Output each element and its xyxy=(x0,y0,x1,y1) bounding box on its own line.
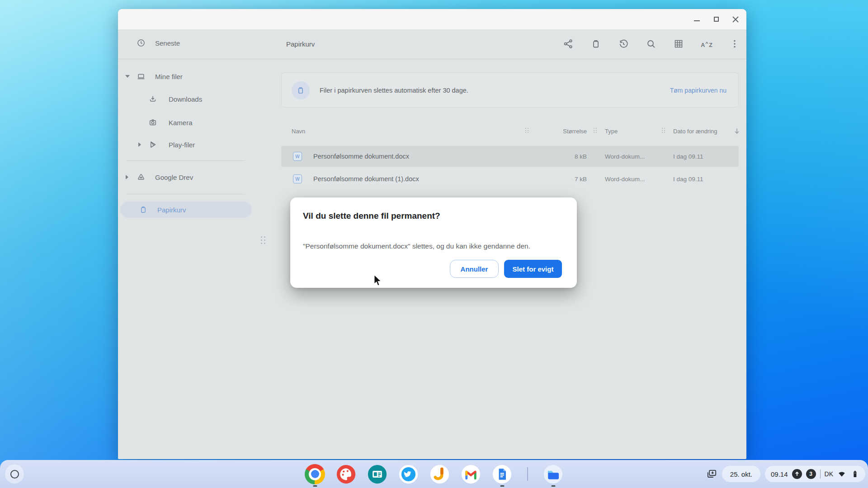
gallery-app-icon[interactable] xyxy=(367,464,387,484)
more-menu-icon[interactable] xyxy=(729,38,740,49)
file-date: I dag 09.11 xyxy=(673,169,703,189)
sidebar-item-seneste[interactable]: Seneste xyxy=(118,34,254,52)
desktop: Seneste Mine filer Downloads Kamera Play… xyxy=(0,0,868,488)
delete-forever-button[interactable]: Slet for evigt xyxy=(504,260,562,278)
tray-divider xyxy=(820,469,821,479)
launcher-button[interactable] xyxy=(5,465,24,483)
sidebar-divider xyxy=(118,59,254,59)
twitter-app-icon[interactable] xyxy=(398,464,419,484)
launcher-icon xyxy=(10,470,19,479)
sidebar-divider xyxy=(127,194,245,194)
column-resize-handle[interactable] xyxy=(662,128,666,135)
sort-az-icon[interactable]: A Z xyxy=(701,40,712,48)
search-icon[interactable] xyxy=(646,38,656,49)
sidebar-item-papirkurv-selected[interactable]: Papirkurv xyxy=(120,202,252,218)
file-name: Personfølsomme dokument.docx xyxy=(313,146,409,167)
chevron-right-icon[interactable] xyxy=(126,175,128,179)
bird-icon xyxy=(398,464,419,484)
dialog-body: "Personfølsomme dokument.docx" slettes, … xyxy=(303,242,530,250)
trash-icon xyxy=(296,86,305,95)
restore-icon[interactable] xyxy=(618,38,629,49)
folder-icon xyxy=(543,464,563,484)
shelf: 25. okt. 09.14 3 DK xyxy=(0,460,868,488)
sidebar-item-downloads[interactable]: Downloads xyxy=(118,90,254,108)
jamboard-app-icon[interactable] xyxy=(429,464,450,484)
sort-direction-down-icon[interactable] xyxy=(733,127,741,135)
laptop-icon xyxy=(137,72,146,81)
files-app-icon[interactable] xyxy=(543,464,563,484)
jamboard-icon xyxy=(429,464,450,484)
update-notification-icon xyxy=(792,469,802,479)
sidebar-item-google-drev[interactable]: Google Drev xyxy=(118,168,254,186)
column-header-type[interactable]: Type xyxy=(605,122,618,140)
delete-icon[interactable] xyxy=(590,38,601,49)
sort-letter-z: Z xyxy=(709,42,712,48)
file-date: I dag 09.11 xyxy=(673,146,703,167)
notification-count-badge: 3 xyxy=(806,469,816,479)
column-header-name[interactable]: Navn xyxy=(292,122,305,140)
sidebar-item-label: Papirkurv xyxy=(157,202,186,218)
file-type: Word-dokum... xyxy=(605,169,645,189)
word-document-icon: W xyxy=(293,174,302,183)
column-header-size[interactable]: Størrelse xyxy=(563,122,587,140)
play-store-icon xyxy=(148,140,157,149)
minimize-button[interactable] xyxy=(693,16,700,23)
banner-message: Filer i papirkurven slettes automatisk e… xyxy=(320,73,468,108)
gmail-app-icon[interactable] xyxy=(461,464,481,484)
card-icon xyxy=(367,464,387,484)
close-icon xyxy=(732,16,739,23)
dialog-title: Vil du slette denne fil permanent? xyxy=(303,211,440,221)
close-button[interactable] xyxy=(732,16,739,23)
delete-confirmation-dialog: Vil du slette denne fil permanent? "Pers… xyxy=(290,197,577,288)
system-tray[interactable]: 09.14 3 DK xyxy=(765,466,865,482)
sidebar-divider xyxy=(127,160,245,161)
toolbar: A Z xyxy=(563,29,740,58)
header-divider xyxy=(254,59,746,59)
column-resize-handle[interactable] xyxy=(525,128,529,135)
sidebar-item-mine-filer[interactable]: Mine filer xyxy=(118,67,254,85)
gmail-m-icon xyxy=(461,464,481,484)
keyboard-layout-indicator: DK xyxy=(825,470,833,478)
column-header-date[interactable]: Dato for ændring xyxy=(673,122,717,140)
sidebar-item-kamera[interactable]: Kamera xyxy=(118,113,254,131)
window-controls xyxy=(689,9,744,29)
sidebar-item-label: Kamera xyxy=(169,119,193,127)
download-icon xyxy=(148,94,157,103)
status-area: 25. okt. 09.14 3 DK xyxy=(706,460,865,488)
maximize-button[interactable] xyxy=(712,16,720,23)
screen-capture-icon[interactable] xyxy=(706,468,717,480)
docs-icon xyxy=(492,464,512,484)
camera-icon xyxy=(148,118,157,127)
shelf-date: 25. okt. xyxy=(730,470,752,478)
sidebar-item-label: Downloads xyxy=(169,95,202,103)
word-document-icon: W xyxy=(293,152,302,161)
google-docs-app-icon[interactable] xyxy=(492,464,512,484)
sort-letter-a: A xyxy=(701,42,705,48)
sidebar-item-label: Mine filer xyxy=(155,73,183,80)
sidebar-item-label: Play-filer xyxy=(169,141,195,149)
table-row[interactable]: W Personfølsomme dokument.docx 8 kB Word… xyxy=(281,146,739,167)
file-size: 7 kB xyxy=(575,169,587,189)
clock-icon xyxy=(137,38,146,47)
file-size: 8 kB xyxy=(575,146,587,167)
empty-trash-link[interactable]: Tøm papirkurven nu xyxy=(670,73,726,108)
table-row[interactable]: W Personfølsomme dokument (1).docx 7 kB … xyxy=(281,169,739,189)
chevron-down-icon[interactable] xyxy=(125,75,130,78)
table-header: Navn Størrelse Type Dato for ændring xyxy=(281,122,739,140)
chrome-app-icon[interactable] xyxy=(305,464,325,484)
sidebar-resize-handle[interactable] xyxy=(261,236,268,247)
grid-view-icon[interactable] xyxy=(673,38,684,49)
share-icon[interactable] xyxy=(563,38,574,49)
chevron-right-icon[interactable] xyxy=(138,142,141,147)
date-tray[interactable]: 25. okt. xyxy=(722,466,760,482)
palette-icon xyxy=(336,464,356,484)
maximize-icon xyxy=(714,17,719,22)
trash-banner-icon-circle xyxy=(292,81,310,99)
column-resize-handle[interactable] xyxy=(594,128,598,135)
sidebar-item-play-filer[interactable]: Play-filer xyxy=(118,136,254,154)
shelf-time: 09.14 xyxy=(771,470,788,478)
canvas-app-icon[interactable] xyxy=(336,464,356,484)
wifi-icon xyxy=(837,469,846,479)
cancel-button[interactable]: Annuller xyxy=(450,260,499,278)
sidebar-item-label: Google Drev xyxy=(155,174,193,181)
